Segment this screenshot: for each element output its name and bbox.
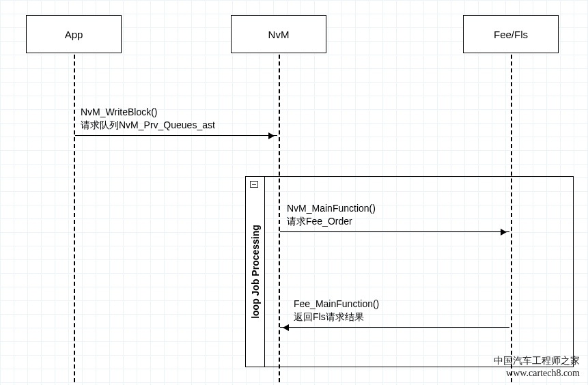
participant-app: App (26, 15, 122, 53)
arrow-app-to-nvm (75, 135, 277, 136)
message-writeblock-line2: 请求队列NvM_Prv_Queues_ast (81, 119, 215, 132)
participant-nvm-label: NvM (268, 29, 290, 40)
message-mainfunction-line1: NvM_MainFunction() (287, 202, 376, 215)
lifeline-app (74, 55, 75, 382)
participant-nvm: NvM (231, 15, 326, 53)
message-writeblock-line1: NvM_WriteBlock() (81, 106, 215, 119)
arrow-feefls-to-nvm (280, 327, 509, 328)
message-mainfunction-line2: 请求Fee_Order (287, 215, 376, 228)
participant-app-label: App (65, 29, 83, 40)
sequence-diagram: App NvM Fee/Fls NvM_WriteBlock() 请求队列NvM… (0, 0, 588, 385)
message-fee-mainfunction-line2: 返回Fls请求结果 (294, 311, 379, 324)
arrow-nvm-to-feefls (280, 231, 509, 232)
watermark: 中国汽车工程师之家 www.cartech8.com (494, 355, 580, 380)
participant-feefls: Fee/Fls (463, 15, 559, 53)
participant-feefls-label: Fee/Fls (494, 29, 528, 40)
message-mainfunction-label: NvM_MainFunction() 请求Fee_Order (287, 202, 376, 228)
watermark-line2: www.cartech8.com (494, 367, 580, 380)
watermark-line1: 中国汽车工程师之家 (494, 355, 580, 367)
frame-tag: loop Job Processing (246, 177, 265, 367)
frame-label: loop Job Processing (250, 183, 261, 360)
message-fee-mainfunction-line1: Fee_MainFunction() (294, 298, 379, 311)
message-fee-mainfunction-label: Fee_MainFunction() 返回Fls请求结果 (294, 298, 379, 324)
message-writeblock-label: NvM_WriteBlock() 请求队列NvM_Prv_Queues_ast (81, 106, 215, 132)
